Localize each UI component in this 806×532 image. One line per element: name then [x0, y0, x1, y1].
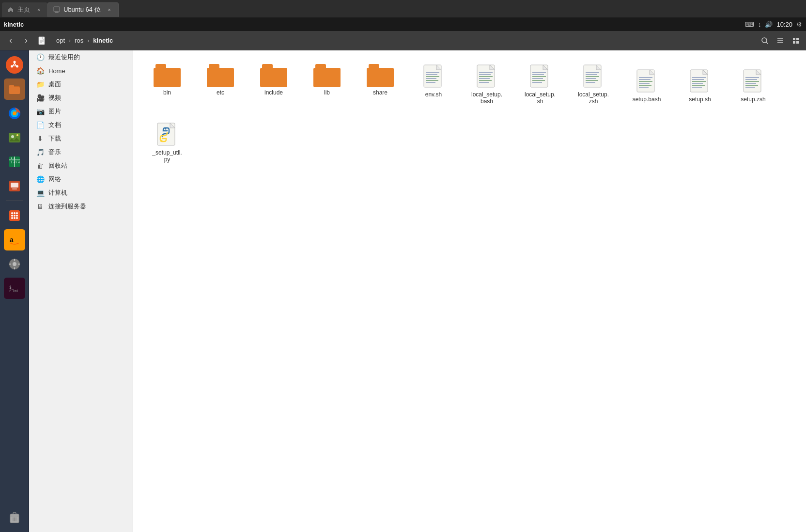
- back-button[interactable]: ‹: [4, 34, 17, 47]
- title-bar: kinetic ⌨ ↕ 🔊 10:20 ⚙: [0, 17, 806, 31]
- sidebar-item-computer[interactable]: 💻 计算机: [29, 186, 133, 200]
- file-local-setup-bash[interactable]: local_setup.bash: [463, 60, 511, 109]
- tab-home[interactable]: 主页 ×: [2, 2, 47, 17]
- time-display: 10:20: [776, 21, 792, 28]
- file-env-sh[interactable]: env.sh: [409, 60, 458, 109]
- forward-button[interactable]: ›: [19, 34, 33, 47]
- dock-impress[interactable]: [4, 175, 25, 197]
- file-include[interactable]: include: [249, 60, 298, 109]
- dock-tools[interactable]: [4, 253, 25, 275]
- file-etc[interactable]: etc: [196, 60, 245, 109]
- dock-terminal[interactable]: $_ > cmd: [4, 278, 25, 299]
- svg-point-49: [14, 217, 16, 219]
- setup-bash-icon: [636, 69, 657, 94]
- file-lib[interactable]: lib: [303, 60, 351, 109]
- breadcrumb-opt[interactable]: opt: [53, 36, 68, 45]
- ubuntu-tab-close[interactable]: ×: [106, 6, 113, 14]
- svg-point-45: [11, 215, 13, 217]
- svg-rect-15: [796, 41, 799, 44]
- bin-label: bin: [163, 89, 171, 96]
- file-bin[interactable]: bin: [143, 60, 191, 109]
- local-setup-zsh-label: local_setup.zsh: [578, 91, 609, 105]
- tab-ubuntu[interactable]: Ubuntu 64 位 ×: [47, 2, 119, 17]
- svg-rect-39: [11, 183, 18, 188]
- sidebar-item-documents[interactable]: 📄 文档: [29, 118, 133, 132]
- svg-rect-0: [54, 7, 60, 12]
- sidebar-item-desktop[interactable]: 📁 桌面: [29, 78, 133, 91]
- file-setup-zsh[interactable]: setup.zsh: [729, 65, 777, 109]
- sidebar-item-pictures[interactable]: 📷 图片: [29, 105, 133, 118]
- dock-appgrid[interactable]: [4, 205, 25, 226]
- music-label: 音乐: [48, 148, 61, 156]
- local-setup-zsh-icon: [583, 64, 604, 89]
- local-setup-sh-icon: [529, 64, 551, 89]
- desktop-label: 桌面: [48, 80, 61, 89]
- breadcrumb-ros[interactable]: ros: [72, 36, 86, 45]
- tab-bar: 主页 × Ubuntu 64 位 ×: [0, 0, 806, 17]
- env-sh-label: env.sh: [425, 91, 442, 98]
- svg-point-119: [161, 140, 163, 141]
- svg-point-118: [165, 128, 167, 130]
- etc-folder-icon: [207, 64, 234, 87]
- svg-point-50: [16, 217, 18, 219]
- local-setup-bash-label: local_setup.bash: [471, 91, 502, 105]
- sidebar-item-trash[interactable]: 🗑 回收站: [29, 159, 133, 172]
- sidebar-item-videos[interactable]: 🎥 视频: [29, 91, 133, 105]
- dock-ubuntu[interactable]: [4, 54, 25, 76]
- sidebar-item-network[interactable]: 🌐 网络: [29, 172, 133, 186]
- downloads-icon: ⬇: [36, 134, 45, 143]
- volume-icon[interactable]: 🔊: [765, 21, 773, 28]
- list-view-button[interactable]: [774, 34, 787, 47]
- dock-calc[interactable]: 1 2 3 4 5 6: [4, 151, 25, 172]
- file-setup-util-py[interactable]: _setup_util.py: [143, 118, 191, 167]
- keyboard-icon[interactable]: ⌨: [745, 21, 754, 28]
- main-area: 1 2 3 4 5 6: [0, 50, 806, 532]
- computer-icon: 💻: [36, 188, 45, 197]
- file-local-setup-zsh[interactable]: local_setup.zsh: [569, 60, 618, 109]
- svg-rect-14: [793, 41, 795, 44]
- pictures-icon: 📷: [36, 107, 45, 116]
- dock-trash[interactable]: [4, 507, 25, 528]
- svg-point-43: [14, 212, 16, 214]
- setup-bash-label: setup.bash: [633, 96, 661, 103]
- svg-point-44: [16, 212, 18, 214]
- file-local-setup-sh[interactable]: local_setup.sh: [516, 60, 564, 109]
- sidebar-item-music[interactable]: 🎵 音乐: [29, 145, 133, 159]
- env-sh-icon: [423, 64, 444, 89]
- setup-util-py-label: _setup_util.py: [152, 149, 182, 163]
- dock-sep-1: [6, 201, 23, 201]
- home-tab-close[interactable]: ×: [35, 6, 43, 14]
- documents-label: 文档: [48, 121, 61, 129]
- dock-firefox[interactable]: [4, 103, 25, 124]
- recent-label: 最近使用的: [48, 53, 80, 62]
- pictures-label: 图片: [48, 107, 61, 116]
- trash-icon: 🗑: [36, 161, 45, 170]
- sidebar-item-recent[interactable]: 🕐 最近使用的: [29, 50, 133, 64]
- sort-icon[interactable]: ↕: [758, 21, 761, 28]
- file-setup-sh[interactable]: setup.sh: [676, 65, 724, 109]
- dock-photos[interactable]: [4, 127, 25, 148]
- downloads-label: 下载: [48, 134, 61, 143]
- dock-amazon[interactable]: a: [4, 229, 25, 250]
- sidebar-item-downloads[interactable]: ⬇ 下载: [29, 132, 133, 145]
- grid-view-button[interactable]: [790, 34, 802, 47]
- dock-files[interactable]: [4, 78, 25, 100]
- sidebar-item-server[interactable]: 🖥 连接到服务器: [29, 200, 133, 213]
- ubuntu-tab-label: Ubuntu 64 位: [63, 5, 101, 14]
- sidebar: 🕐 最近使用的 🏠 Home 📁 桌面 🎥 视频 📷 图片 📄 文档: [29, 50, 133, 532]
- recent-icon: 🕐: [36, 53, 45, 62]
- svg-point-31: [16, 134, 18, 136]
- desktop-icon: 📁: [36, 80, 45, 89]
- search-button[interactable]: [759, 34, 771, 47]
- sidebar-item-home[interactable]: 🏠 Home: [29, 64, 133, 78]
- settings-icon[interactable]: ⚙: [796, 21, 802, 28]
- svg-line-8: [766, 42, 768, 44]
- breadcrumb-kinetic[interactable]: kinetic: [90, 36, 116, 45]
- home-icon: 🏠: [36, 66, 45, 75]
- setup-sh-icon: [689, 69, 711, 94]
- svg-rect-1: [55, 12, 58, 13]
- file-share[interactable]: share: [356, 60, 404, 109]
- home-tab-label: 主页: [17, 5, 30, 14]
- file-setup-bash[interactable]: setup.bash: [622, 65, 671, 109]
- share-folder-icon: [367, 64, 394, 87]
